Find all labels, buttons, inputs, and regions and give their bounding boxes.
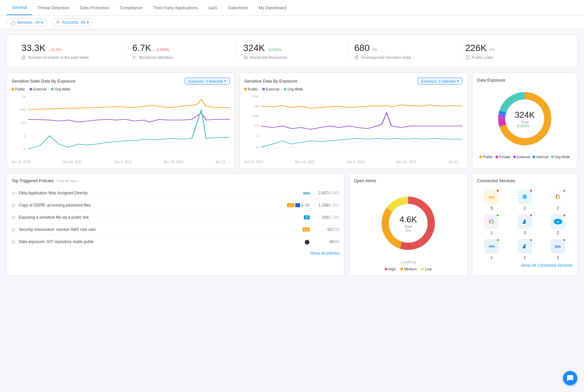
accounts-icon bbox=[56, 20, 60, 25]
services-grid-container: aws 5 ❄ 2 bbox=[477, 187, 572, 260]
aws-dot bbox=[496, 189, 499, 192]
policy-name4: Security misconduct: monitor AWS root us… bbox=[19, 227, 299, 232]
sensitive-line-chart: 10k 1k 100 10 1 0 bbox=[244, 93, 463, 159]
policy-count2: 1,168/1,917 bbox=[313, 203, 339, 208]
stat-resources-value: 324K bbox=[243, 43, 265, 53]
policies-card: Top Triggered Policies Past 90 days ⊙ Ok… bbox=[7, 173, 344, 276]
stale-legend: Public External Org-Wide bbox=[12, 87, 230, 91]
alerts-title: Open Alerts bbox=[354, 178, 376, 183]
okta-logo: okta bbox=[484, 239, 499, 254]
snowflake-logo: ❄ bbox=[518, 190, 532, 204]
stale-chart-card: Sensitive Stale Data By Exposure Exposur… bbox=[7, 73, 235, 169]
svg-rect-40 bbox=[489, 219, 491, 221]
alerts-legend: High Medium Low bbox=[354, 267, 463, 271]
data-exposure-legend: Public Private External Internal Org-Wid… bbox=[477, 155, 572, 159]
chevron-icon2: ▾ bbox=[457, 79, 459, 83]
svg-text:10k: 10k bbox=[252, 95, 258, 98]
tab-third-party[interactable]: Third Party Applications bbox=[148, 1, 203, 15]
policy-name5: Data exposure: GIT repository made publi… bbox=[19, 239, 301, 244]
service-salesforce: SF 2 bbox=[543, 214, 572, 235]
connected-services-title: Connected Services bbox=[477, 178, 515, 183]
loading-text: Loading bbox=[354, 259, 463, 264]
azure-count: 3 bbox=[523, 230, 526, 235]
accounts-filter[interactable]: Accounts: All ▾ bbox=[51, 18, 93, 26]
stats-row: 33.3K ↓-31.5% Number of events in the pa… bbox=[7, 35, 577, 68]
tab-my-dashboard[interactable]: My Dashboard bbox=[253, 1, 292, 15]
tab-compliance[interactable]: Compliance bbox=[115, 1, 148, 15]
stat-links-delta: 0% bbox=[489, 48, 494, 52]
svg-text:0: 0 bbox=[256, 146, 258, 149]
box-dot bbox=[563, 238, 566, 242]
policy-logos4: aws bbox=[303, 228, 310, 232]
services-value: All bbox=[35, 20, 39, 25]
alerts-donut: 4.6K Total 0% bbox=[354, 190, 463, 256]
charts-row: Sensitive Stale Data By Exposure Exposur… bbox=[7, 73, 577, 169]
donut-value: 324K bbox=[515, 110, 535, 120]
svg-rect-46 bbox=[489, 223, 491, 224]
google-logo: G bbox=[551, 190, 565, 204]
tab-data-protection[interactable]: Data Protection bbox=[74, 1, 115, 15]
policy-logos5: ⬤ bbox=[305, 239, 310, 244]
salesforce-logo: SF bbox=[551, 214, 565, 229]
stat-events-label: Number of events in the past week bbox=[28, 55, 89, 60]
stat-resources-delta: ↑0.025% bbox=[267, 48, 281, 52]
stat-events: 33.3K ↓-31.5% Number of events in the pa… bbox=[15, 40, 126, 62]
globe-icon bbox=[21, 55, 26, 60]
shield-icon3: ⊙ bbox=[12, 215, 15, 220]
aws-count: 5 bbox=[491, 206, 493, 210]
azure-ad-dot bbox=[529, 238, 533, 242]
service-snowflake: ❄ 2 bbox=[510, 190, 540, 210]
slack-count: 1 bbox=[491, 230, 493, 235]
data-exposure-donut: 324K Total 0.025% ↑ bbox=[477, 86, 572, 152]
okta-dot bbox=[496, 238, 499, 242]
tab-iaas[interactable]: IaaS bbox=[203, 1, 223, 15]
bottom-row: Top Triggered Policies Past 90 days ⊙ Ok… bbox=[7, 173, 577, 276]
stat-resources: 324K ↑0.025% Monitored Resources bbox=[237, 40, 348, 62]
policies-subtitle: Past 90 days bbox=[57, 179, 78, 183]
stale-chart-area: 1k 100 10 1 0 bbox=[12, 93, 230, 159]
svg-point-8 bbox=[355, 56, 358, 57]
google-count: 2 bbox=[557, 206, 559, 210]
alerts-donut-center: 4.6K Total 0% bbox=[399, 214, 417, 233]
svg-text:0: 0 bbox=[23, 147, 26, 151]
show-all-services-link[interactable]: Show All Connected Services bbox=[477, 263, 572, 268]
service-azure-ad: 1 bbox=[510, 239, 540, 260]
server-icon bbox=[243, 55, 248, 60]
alerts-label: Total bbox=[399, 225, 417, 229]
shield-icon: ⊙ bbox=[12, 190, 15, 196]
policy-row5: ⊙ Data exposure: GIT repository made pub… bbox=[12, 236, 339, 248]
tab-threat-detection[interactable]: Threat Detection bbox=[32, 1, 74, 15]
donut-center: 324K Total 0.025% ↑ bbox=[515, 110, 535, 128]
box-logo: box bbox=[551, 239, 565, 254]
stale-exposure-btn[interactable]: Exposure: 3 Selected ▾ bbox=[185, 78, 230, 85]
chevron-down-icon: ▾ bbox=[41, 20, 43, 25]
svg-rect-41 bbox=[491, 219, 492, 221]
show-all-policies-link[interactable]: Show all policies bbox=[12, 251, 339, 256]
stat-events-delta: ↓-31.5% bbox=[48, 48, 61, 52]
salesforce-dot bbox=[563, 214, 566, 217]
shield-icon2: ⊙ bbox=[12, 203, 15, 208]
policy-name2: Copy of GDPR: accessing password files bbox=[19, 203, 284, 208]
filter-bar: Services: All ▾ Accounts: All ▾ bbox=[0, 16, 584, 29]
stat-resources-label: Monitored Resources bbox=[250, 55, 287, 60]
policies-title: Top Triggered Policies bbox=[12, 178, 54, 183]
svg-text:10: 10 bbox=[254, 124, 258, 128]
svg-text:SF: SF bbox=[556, 220, 560, 223]
shield-icon4: ⊙ bbox=[12, 227, 15, 232]
file-icon bbox=[465, 55, 470, 60]
tab-general[interactable]: General bbox=[7, 0, 32, 15]
stat-overexposed: 680 0% Overexposed Sensitive Data bbox=[348, 40, 459, 62]
azure-ad-logo bbox=[518, 239, 532, 254]
svg-text:10: 10 bbox=[21, 121, 26, 124]
tab-salesforce[interactable]: Salesforce bbox=[223, 1, 253, 15]
policy-row3: ⊙ Exposing a sensitive file via a public… bbox=[12, 211, 339, 224]
policy-row: ⊙ Okta Application Was Assigned Directly… bbox=[12, 187, 339, 199]
sensitive-exposure-btn[interactable]: Exposure: 3 Selected ▾ bbox=[417, 78, 463, 85]
donut-label: Total bbox=[515, 120, 535, 124]
sensitive-legend: Public External Org-Wide bbox=[244, 87, 463, 91]
services-filter[interactable]: Services: All ▾ bbox=[7, 18, 47, 26]
stat-overexposed-label: Overexposed Sensitive Data bbox=[361, 55, 411, 60]
svg-text:1k: 1k bbox=[21, 95, 26, 98]
salesforce-icon: SF bbox=[553, 218, 563, 225]
stat-overexposed-delta: 0% bbox=[372, 48, 378, 52]
